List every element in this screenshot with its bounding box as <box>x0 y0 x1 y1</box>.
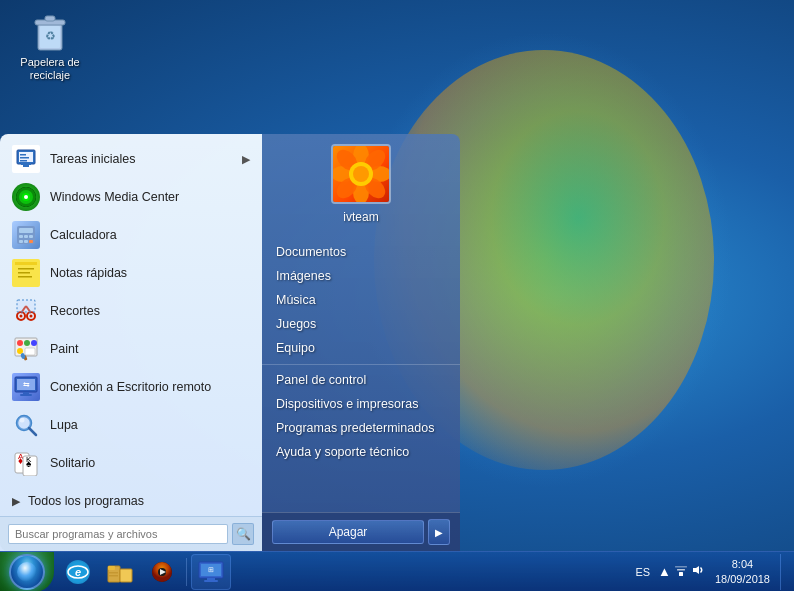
svg-text:e: e <box>75 566 81 578</box>
paint-icon <box>12 335 40 363</box>
right-item-juegos[interactable]: Juegos <box>262 312 460 336</box>
svg-rect-48 <box>20 394 32 396</box>
right-item-musica[interactable]: Música <box>262 288 460 312</box>
taskbar-ie[interactable]: e <box>58 554 98 590</box>
recortes-icon <box>12 297 40 325</box>
app-item-windows-media-center[interactable]: Windows Media Center <box>0 178 262 216</box>
svg-line-53 <box>29 428 36 435</box>
all-programs-item[interactable]: ▶ Todos los programas <box>0 488 262 516</box>
solitario-label: Solitario <box>50 456 95 470</box>
system-tray: ES ▲ <box>631 552 794 592</box>
conexion-escritorio-label: Conexión a Escritorio remoto <box>50 380 211 394</box>
remote-desktop-taskbar-icon: ⊞ <box>198 561 224 583</box>
svg-rect-75 <box>108 566 115 570</box>
tray-show-hidden-icon[interactable]: ▲ <box>658 564 671 579</box>
svg-rect-74 <box>120 569 132 582</box>
svg-text:K: K <box>26 455 32 464</box>
app-item-solitario[interactable]: ♦ A ♠ K Solitario <box>0 444 262 482</box>
start-orb-highlight <box>17 562 37 582</box>
svg-rect-36 <box>17 300 35 312</box>
svg-point-40 <box>31 340 37 346</box>
recortes-label: Recortes <box>50 304 100 318</box>
notas-rapidas-icon <box>12 259 40 287</box>
svg-rect-21 <box>29 235 33 238</box>
start-button[interactable] <box>0 552 54 592</box>
shutdown-options-button[interactable]: ▶ <box>428 519 450 545</box>
recycle-bin-svg: ♻ <box>30 10 70 54</box>
app-item-calculadora[interactable]: Calculadora <box>0 216 262 254</box>
svg-text:⊞: ⊞ <box>208 566 214 573</box>
user-avatar <box>331 144 391 204</box>
svg-point-38 <box>17 340 23 346</box>
tray-date: 18/09/2018 <box>715 572 770 586</box>
app-item-recortes[interactable]: Recortes <box>0 292 262 330</box>
svg-rect-11 <box>21 163 31 165</box>
svg-rect-23 <box>24 240 28 243</box>
notas-rapidas-label: Notas rápidas <box>50 266 127 280</box>
svg-marker-91 <box>693 566 699 574</box>
tray-network-icon[interactable] <box>674 563 688 580</box>
right-item-equipo[interactable]: Equipo <box>262 336 460 360</box>
app-item-lupa[interactable]: Lupa <box>0 406 262 444</box>
conexion-escritorio-icon: ⇆ <box>12 373 40 401</box>
recycle-bin-label: Papelera de reciclaje <box>20 56 79 82</box>
right-item-ayuda[interactable]: Ayuda y soporte técnico <box>262 440 460 464</box>
svg-rect-7 <box>20 154 26 156</box>
right-item-imagenes[interactable]: Imágenes <box>262 264 460 288</box>
user-avatar-image <box>333 146 389 202</box>
calculadora-label: Calculadora <box>50 228 117 242</box>
explorer-icon <box>107 561 133 583</box>
search-button[interactable]: 🔍 <box>232 523 254 545</box>
right-item-programas[interactable]: Programas predeterminados <box>262 416 460 440</box>
shutdown-button[interactable]: Apagar <box>272 520 424 544</box>
right-item-documentos[interactable]: Documentos <box>262 240 460 264</box>
tray-clock[interactable]: 8:04 18/09/2018 <box>709 557 776 586</box>
recycle-bin-icon[interactable]: ♻ Papelera de reciclaje <box>15 10 85 82</box>
app-item-tareas-iniciales[interactable]: Tareas iniciales ▶ <box>0 140 262 178</box>
svg-rect-3 <box>45 16 55 21</box>
svg-rect-90 <box>675 566 687 568</box>
right-item-panel-control[interactable]: Panel de control <box>262 364 460 392</box>
tray-volume-icon[interactable] <box>691 563 705 580</box>
svg-rect-47 <box>23 392 29 394</box>
svg-rect-42 <box>25 348 35 355</box>
user-section: ivteam <box>262 134 460 234</box>
tray-language: ES <box>631 564 654 580</box>
right-item-dispositivos[interactable]: Dispositivos e impresoras <box>262 392 460 416</box>
taskbar-explorer[interactable] <box>100 554 140 590</box>
app-item-conexion-escritorio[interactable]: ⇆ Conexión a Escritorio remoto <box>0 368 262 406</box>
start-orb-icon <box>9 554 45 590</box>
svg-point-52 <box>20 418 25 423</box>
taskbar-media-player[interactable] <box>142 554 182 590</box>
svg-rect-85 <box>207 578 215 580</box>
taskbar: e <box>0 551 794 591</box>
svg-rect-10 <box>23 165 29 167</box>
taskbar-items: e <box>54 554 631 590</box>
svg-text:⇆: ⇆ <box>23 380 30 389</box>
svg-rect-88 <box>679 572 683 576</box>
right-menu-items-list: Documentos Imágenes Música Juegos Equipo… <box>262 234 460 512</box>
svg-rect-18 <box>19 228 33 233</box>
user-name-label: ivteam <box>343 210 378 224</box>
start-menu-left-panel: Tareas iniciales ▶ Windows Me <box>0 134 262 551</box>
start-menu-shutdown-bar: Apagar ▶ <box>262 512 460 551</box>
svg-rect-29 <box>18 276 32 278</box>
start-menu-right-panel: ivteam Documentos Imágenes Música Juegos… <box>262 134 460 551</box>
svg-rect-20 <box>24 235 28 238</box>
svg-rect-89 <box>677 569 685 571</box>
app-item-notas-rapidas[interactable]: Notas rápidas <box>0 254 262 292</box>
lupa-icon <box>12 411 40 439</box>
svg-rect-8 <box>20 157 29 159</box>
desktop: ♻ Papelera de reciclaje <box>0 0 794 591</box>
ie-icon: e <box>66 560 90 584</box>
search-input[interactable] <box>8 524 228 544</box>
taskbar-remote-desktop[interactable]: ⊞ <box>191 554 231 590</box>
tray-time: 8:04 <box>715 557 770 571</box>
tareas-iniciales-icon <box>12 145 40 173</box>
taskbar-divider <box>186 558 187 586</box>
tareas-iniciales-label: Tareas iniciales <box>50 152 135 166</box>
svg-rect-76 <box>109 572 118 574</box>
app-item-paint[interactable]: Paint <box>0 330 262 368</box>
show-desktop-button[interactable] <box>780 554 786 590</box>
svg-point-69 <box>353 166 369 182</box>
